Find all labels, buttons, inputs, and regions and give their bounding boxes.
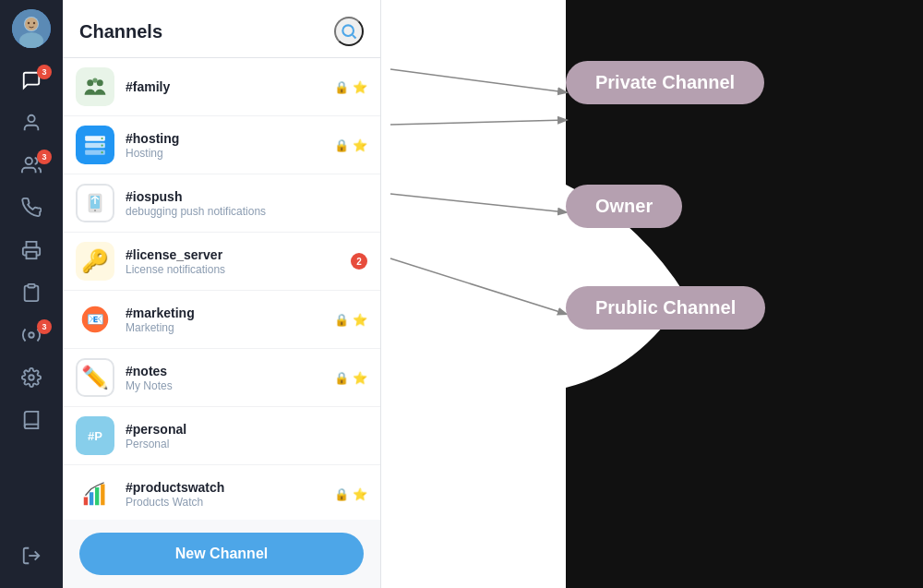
svg-rect-32 <box>95 487 99 505</box>
new-channel-button[interactable]: New Channel <box>79 533 364 575</box>
svg-point-4 <box>28 22 30 24</box>
star-icon: ⭐ <box>353 371 367 385</box>
channel-meta-hosting: 🔒 ⭐ <box>334 138 367 152</box>
sidebar-item-groups[interactable]: 3 <box>7 146 55 185</box>
channel-desc-hosting: Hosting <box>126 147 327 160</box>
channel-icon-notes: ✏️ <box>76 358 114 397</box>
channel-meta-family: 🔒 ⭐ <box>334 80 367 94</box>
channel-item-iospush[interactable]: #iospush debugging push notifications <box>63 174 380 233</box>
svg-point-13 <box>342 25 354 36</box>
star-icon: ⭐ <box>353 138 367 152</box>
channel-info-iospush: #iospush debugging push notifications <box>126 189 360 218</box>
channels-header: Channels <box>63 0 380 58</box>
channel-item-marketing[interactable]: 📧 #marketing Marketing 🔒 ⭐ <box>63 291 380 349</box>
search-button[interactable] <box>334 17 364 46</box>
channel-name-marketing: #marketing <box>126 306 327 320</box>
plugins-badge: 3 <box>37 319 52 334</box>
lock-icon: 🔒 <box>334 313 349 327</box>
channel-item-notes[interactable]: ✏️ #notes My Notes 🔒 ⭐ <box>63 349 380 407</box>
svg-point-3 <box>25 18 38 30</box>
svg-point-5 <box>33 22 35 24</box>
channel-info-license: #license_server License notifications <box>126 247 343 276</box>
channel-icon-hosting <box>76 126 114 164</box>
channel-meta-productswatch: 🔒 ⭐ <box>334 487 367 501</box>
sidebar-item-plugins[interactable]: 3 <box>7 316 55 354</box>
sidebar-item-settings[interactable] <box>7 358 55 397</box>
svg-point-10 <box>29 332 34 338</box>
svg-point-16 <box>97 79 103 86</box>
channel-item-hosting[interactable]: #hosting Hosting 🔒 ⭐ <box>63 116 380 174</box>
svg-rect-33 <box>101 485 104 506</box>
phone-icon <box>20 197 42 219</box>
channel-desc-iospush: debugging push notifications <box>126 205 360 218</box>
channel-item-family[interactable]: #family 🔒 ⭐ <box>63 58 380 116</box>
right-area: Private Channel Owner Prublic Channel <box>381 0 923 588</box>
channel-info-marketing: #marketing Marketing <box>126 306 327 334</box>
channel-icon-marketing: 📧 <box>76 300 114 339</box>
channel-info-hosting: #hosting Hosting <box>126 131 327 160</box>
channel-name-productswatch: #productswatch <box>126 480 327 495</box>
channel-name-iospush: #iospush <box>126 189 360 204</box>
channel-item-productswatch[interactable]: #productswatch Products Watch 🔒 ⭐ <box>63 465 380 520</box>
new-channel-wrapper: New Channel <box>63 520 380 588</box>
channel-meta-marketing: 🔒 ⭐ <box>334 313 367 327</box>
private-channel-bubble: Private Channel <box>566 61 764 104</box>
avatar[interactable] <box>12 9 51 48</box>
channels-title: Channels <box>79 21 162 42</box>
lock-icon: 🔒 <box>334 371 349 385</box>
svg-point-11 <box>29 375 34 380</box>
public-channel-bubble: Prublic Channel <box>566 286 765 330</box>
svg-rect-31 <box>90 492 93 505</box>
channel-icon-family <box>76 67 114 106</box>
channel-name-personal: #personal <box>126 422 360 437</box>
sidebar-item-printer[interactable] <box>7 231 55 270</box>
svg-point-26 <box>94 210 96 211</box>
svg-line-43 <box>390 258 566 314</box>
channel-info-personal: #personal Personal <box>126 422 360 450</box>
sidebar-item-clipboard[interactable] <box>7 273 55 312</box>
channel-info-family: #family <box>126 79 327 94</box>
owner-bubble: Owner <box>566 185 682 228</box>
channels-list: #family 🔒 ⭐ #hosting Host <box>63 58 380 520</box>
sidebar-item-messages[interactable]: 3 <box>7 61 55 100</box>
svg-line-14 <box>353 35 356 39</box>
channel-info-notes: #notes My Notes <box>126 364 327 392</box>
channel-name-family: #family <box>126 79 327 94</box>
svg-rect-9 <box>28 284 34 288</box>
svg-rect-8 <box>27 252 37 258</box>
channel-meta-license: 2 <box>351 253 367 270</box>
sidebar-item-contacts[interactable] <box>7 103 55 142</box>
svg-text:📧: 📧 <box>87 311 104 328</box>
svg-point-15 <box>87 79 93 86</box>
svg-line-42 <box>390 194 566 212</box>
svg-point-17 <box>92 78 97 82</box>
book-icon <box>20 409 42 431</box>
sidebar-item-phone[interactable] <box>7 188 55 227</box>
channel-desc-productswatch: Products Watch <box>126 496 327 509</box>
search-icon <box>340 22 358 41</box>
gear-icon <box>20 366 42 389</box>
svg-line-40 <box>390 69 566 92</box>
channel-icon-productswatch <box>76 474 114 513</box>
svg-line-41 <box>390 120 566 125</box>
channel-name-hosting: #hosting <box>126 131 327 146</box>
sidebar-item-book[interactable] <box>7 401 55 439</box>
clipboard-icon <box>20 282 42 304</box>
channel-icon-license: 🔑 <box>76 242 114 281</box>
channels-panel: Channels #family 🔒 <box>63 0 381 588</box>
sidebar-item-logout[interactable] <box>7 536 55 575</box>
channel-name-license: #license_server <box>126 247 343 262</box>
svg-point-22 <box>102 144 103 146</box>
lock-icon: 🔒 <box>334 487 349 501</box>
svg-point-7 <box>26 158 32 164</box>
channel-meta-notes: 🔒 ⭐ <box>334 371 367 385</box>
channel-item-personal[interactable]: #P #personal Personal <box>63 407 380 465</box>
svg-rect-30 <box>84 498 88 506</box>
channel-info-productswatch: #productswatch Products Watch <box>126 480 327 509</box>
channel-item-license-server[interactable]: 🔑 #license_server License notifications … <box>63 233 380 291</box>
messages-badge: 3 <box>37 65 52 79</box>
channel-desc-marketing: Marketing <box>126 321 327 334</box>
lock-icon: 🔒 <box>334 138 349 152</box>
star-icon: ⭐ <box>353 80 367 94</box>
license-badge: 2 <box>351 253 367 270</box>
